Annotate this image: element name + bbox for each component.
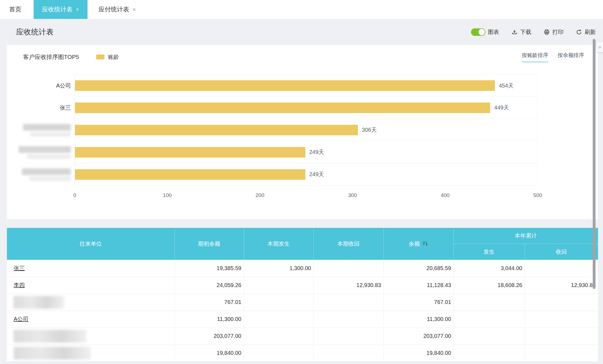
- redacted-name-blur: [14, 296, 64, 309]
- chart-toggle-control: 图表: [471, 28, 499, 36]
- redacted-name-blur: [14, 347, 91, 360]
- legend-swatch: [96, 54, 104, 59]
- ytd-occurred-cell: [454, 294, 525, 311]
- balance-cell: 19,840.00: [383, 345, 454, 362]
- balance-cell: 20,685.59: [383, 260, 454, 277]
- download-label: 下载: [520, 28, 531, 36]
- tab-receivable-label: 应收统计表: [42, 5, 73, 14]
- toggle-knob: [479, 29, 485, 35]
- col-header-ytd-group: 本年累计: [454, 228, 598, 244]
- bar-value-label: 454天: [499, 82, 514, 89]
- opening-balance-cell: 24,059.26: [175, 277, 244, 294]
- aging-bar[interactable]: [75, 169, 305, 180]
- download-icon: [511, 29, 518, 35]
- chart-category-label: A公司: [7, 74, 75, 97]
- counterparty-cell: 张三: [7, 260, 175, 277]
- table-card: 往来单位 期初余额 本期发生 本期收回 余额 本年累计 发生 收回 张三19,3…: [7, 228, 598, 362]
- x-axis: 0100200300400500: [75, 192, 538, 200]
- opening-balance-cell: 19,385.59: [175, 260, 244, 277]
- table-row: 203,077.00203,077.00: [7, 328, 598, 345]
- period-received-cell: 12,930.83: [313, 277, 383, 294]
- page-title: 应收统计表: [16, 27, 54, 37]
- ytd-occurred-cell: [454, 311, 525, 328]
- chart-toggle-switch[interactable]: [471, 28, 485, 36]
- ytd-received-cell: [525, 328, 598, 345]
- redacted-label-blur: [19, 146, 71, 159]
- download-button[interactable]: 下载: [511, 28, 531, 36]
- sort-descending-icon[interactable]: [422, 241, 428, 247]
- print-icon: [544, 29, 550, 35]
- period-received-cell: [313, 294, 383, 311]
- print-button[interactable]: 打印: [544, 28, 564, 36]
- counterparty-cell: [7, 345, 175, 362]
- tab-close-icon[interactable]: ×: [133, 7, 136, 12]
- counterparty-cell: A公司: [7, 311, 175, 328]
- ytd-received-cell: 12,930.83: [525, 277, 598, 294]
- refresh-button[interactable]: 刷新: [576, 28, 596, 36]
- counterparty-link[interactable]: A公司: [14, 316, 28, 322]
- chart-category-label: 张三: [7, 97, 75, 119]
- chart-category-label: [7, 119, 75, 141]
- chart-category-label: [7, 141, 75, 163]
- ytd-occurred-cell: [454, 345, 525, 362]
- ytd-occurred-cell: 3,044.00: [454, 260, 525, 277]
- vertical-scrollbar-thumb[interactable]: [593, 39, 595, 289]
- period-occurred-cell: 1,300.00: [244, 260, 313, 277]
- aging-bar[interactable]: [75, 80, 495, 91]
- aging-bar[interactable]: [75, 125, 358, 135]
- period-received-cell: [313, 345, 383, 362]
- period-received-cell: [313, 260, 383, 277]
- table-row: 张三19,385.591,300.0020,685.593,044.00: [7, 260, 598, 277]
- bar-value-label: 249天: [309, 148, 324, 156]
- sort-by-aging-tab[interactable]: 按账龄排序: [522, 52, 548, 62]
- tab-close-icon[interactable]: ×: [76, 7, 79, 12]
- tab-home[interactable]: 首页: [5, 0, 26, 19]
- period-occurred-cell: [244, 294, 313, 311]
- chart-band: 249天: [75, 141, 538, 163]
- col-header-balance[interactable]: 余额: [383, 228, 454, 260]
- bar-chart: A公司454天张三449天306天249天249天: [7, 74, 598, 186]
- tab-payable-label: 应付统计表: [99, 5, 129, 14]
- tab-receivable-stats[interactable]: 应收统计表 ×: [34, 0, 88, 19]
- receivable-table: 往来单位 期初余额 本期发生 本期收回 余额 本年累计 发生 收回 张三19,3…: [7, 228, 598, 362]
- balance-cell: 203,077.00: [383, 328, 454, 345]
- tab-payable-stats[interactable]: 应付统计表 ×: [93, 0, 142, 19]
- ytd-received-cell: [525, 260, 598, 277]
- aging-bar[interactable]: [75, 147, 305, 158]
- x-axis-tick: 100: [163, 192, 172, 198]
- counterparty-link[interactable]: 张三: [14, 265, 25, 271]
- chevron-double-right-icon: »: [598, 44, 601, 50]
- opening-balance-cell: 767.01: [175, 294, 244, 311]
- counterparty-link[interactable]: 李四: [14, 282, 25, 288]
- ytd-received-cell: [525, 311, 598, 328]
- table-row: A公司11,300.0011,300.00: [7, 311, 598, 328]
- redacted-label-blur: [22, 168, 71, 181]
- chart-band: 306天: [75, 119, 538, 141]
- opening-balance-cell: 203,077.00: [175, 328, 244, 345]
- counterparty-cell: [7, 294, 175, 311]
- print-label: 打印: [552, 28, 564, 36]
- chart-band: 449天: [75, 97, 538, 119]
- col-header-period-received: 本期收回: [313, 228, 383, 260]
- chart-row: 张三449天: [7, 97, 598, 119]
- chart-row: 249天: [7, 141, 598, 163]
- chart-row: 306天: [7, 119, 598, 141]
- tab-bar: 首页 应收统计表 × 应付统计表 ×: [0, 0, 603, 19]
- sort-by-balance-tab[interactable]: 按余额排序: [558, 52, 584, 62]
- period-occurred-cell: [244, 311, 313, 328]
- chart-legend: 账龄: [96, 53, 119, 61]
- redacted-label-blur: [23, 124, 71, 136]
- ytd-received-cell: [525, 294, 598, 311]
- balance-cell: 767.01: [383, 294, 454, 311]
- balance-cell: 11,128.43: [383, 277, 454, 294]
- counterparty-cell: 李四: [7, 277, 175, 294]
- panel-expand-button[interactable]: »: [596, 42, 603, 52]
- refresh-label: 刷新: [585, 28, 596, 36]
- chart-sort-tabs: 按账龄排序 按余额排序: [522, 52, 584, 62]
- period-received-cell: [313, 311, 383, 328]
- aging-bar[interactable]: [75, 103, 490, 113]
- opening-balance-cell: 11,300.00: [175, 311, 244, 328]
- chart-category-label: [7, 163, 75, 186]
- period-occurred-cell: [244, 345, 313, 362]
- ytd-occurred-cell: [454, 328, 525, 345]
